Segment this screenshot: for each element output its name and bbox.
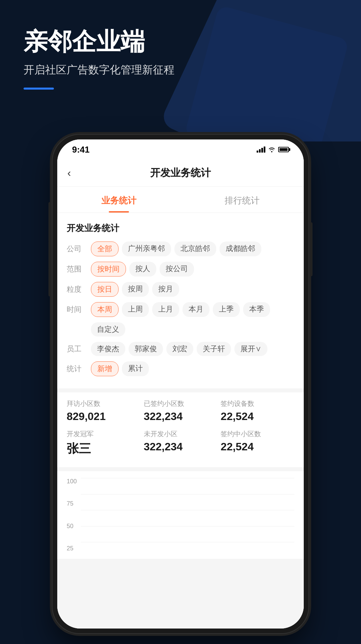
stat-value-undeveloped: 322,234 bbox=[144, 441, 218, 453]
main-title: 亲邻企业端 bbox=[24, 27, 337, 56]
tag-by-time[interactable]: 按时间 bbox=[91, 262, 126, 277]
tag-guanzixuan[interactable]: 关子轩 bbox=[197, 342, 231, 356]
chart-y-labels: 100 75 50 25 bbox=[67, 478, 77, 552]
tag-cumulative[interactable]: 累计 bbox=[122, 361, 149, 376]
nav-title: 开发业务统计 bbox=[150, 166, 211, 180]
filter-tags-scope: 按时间 按人 按公司 bbox=[91, 262, 294, 277]
filter-row-stat-type: 统计 新增 累计 bbox=[67, 361, 294, 376]
status-time: 9:41 bbox=[72, 144, 90, 155]
wifi-icon bbox=[268, 147, 275, 153]
tag-lijunjie[interactable]: 李俊杰 bbox=[91, 342, 125, 356]
filter-row-custom: 自定义 bbox=[67, 322, 294, 336]
signal-icon bbox=[257, 147, 265, 153]
filter-tags-time: 本周 上周 上月 本月 上季 本季 bbox=[91, 302, 294, 317]
tag-by-month[interactable]: 按月 bbox=[152, 282, 179, 297]
tag-guojiajun[interactable]: 郭家俊 bbox=[129, 342, 163, 356]
stat-value-visit: 829,021 bbox=[67, 410, 140, 423]
filter-row-granularity: 粒度 按日 按周 按月 bbox=[67, 282, 294, 297]
tab-business-stats[interactable]: 业务统计 bbox=[57, 187, 180, 213]
filter-label-stat-type: 统计 bbox=[67, 364, 87, 374]
stat-label-device: 签约设备数 bbox=[221, 399, 294, 408]
filter-label-time: 时间 bbox=[67, 304, 87, 315]
tag-by-day[interactable]: 按日 bbox=[91, 282, 119, 297]
filter-label-scope: 范围 bbox=[67, 264, 87, 274]
stat-label-signed: 已签约小区数 bbox=[144, 399, 218, 408]
filter-label-employee: 员工 bbox=[67, 344, 87, 354]
tag-this-quarter[interactable]: 本季 bbox=[243, 302, 270, 317]
scroll-content: 开发业务统计 公司 全部 广州亲粤邻 北京皓邻 成都皓邻 bbox=[57, 213, 304, 628]
phone-frame: 9:41 bbox=[53, 135, 308, 633]
tag-chengdu[interactable]: 成都皓邻 bbox=[220, 242, 261, 256]
filter-tags-stat-type: 新增 累计 bbox=[91, 361, 294, 376]
tab-ranking-stats[interactable]: 排行统计 bbox=[180, 187, 304, 213]
y-label-25: 25 bbox=[67, 545, 77, 552]
header-section: 亲邻企业端 开启社区广告数字化管理新征程 bbox=[0, 0, 361, 103]
stat-visit-count: 拜访小区数 829,021 bbox=[67, 399, 140, 423]
sub-title: 开启社区广告数字化管理新征程 bbox=[24, 63, 337, 77]
stats-grid: 拜访小区数 829,021 已签约小区数 322,234 签约设备数 22,52… bbox=[67, 399, 294, 457]
stat-champion: 开发冠军 张三 bbox=[67, 429, 140, 457]
y-label-50: 50 bbox=[67, 523, 77, 530]
stat-label-visit: 拜访小区数 bbox=[67, 399, 140, 408]
stat-value-signing: 22,524 bbox=[221, 441, 294, 453]
tag-expand[interactable]: 展开∨ bbox=[234, 342, 267, 356]
tag-by-company[interactable]: 按公司 bbox=[160, 262, 194, 277]
stat-label-undeveloped: 未开发小区 bbox=[144, 429, 218, 439]
app-content: ‹ 开发业务统计 业务统计 排行统计 开发业务统计 bbox=[57, 160, 304, 629]
phone-screen: 9:41 bbox=[57, 139, 304, 629]
tag-new[interactable]: 新增 bbox=[91, 361, 119, 376]
tag-guangzhou[interactable]: 广州亲粤邻 bbox=[122, 242, 171, 256]
stat-value-signed: 322,234 bbox=[144, 410, 218, 423]
tabs-bar: 业务统计 排行统计 bbox=[57, 187, 304, 213]
filter-row-scope: 范围 按时间 按人 按公司 bbox=[67, 262, 294, 277]
tag-by-week[interactable]: 按周 bbox=[122, 282, 149, 297]
chart-area: 100 75 50 25 bbox=[57, 471, 304, 559]
filter-row-employee: 员工 李俊杰 郭家俊 刘宏 关子轩 展开∨ bbox=[67, 342, 294, 356]
filter-row-time: 时间 本周 上周 上月 本月 上季 本季 bbox=[67, 302, 294, 317]
tag-beijing[interactable]: 北京皓邻 bbox=[174, 242, 216, 256]
filter-tags-custom: 自定义 bbox=[91, 322, 294, 336]
chart-bars-area bbox=[81, 478, 294, 542]
status-icons bbox=[257, 147, 289, 153]
stat-undeveloped: 未开发小区 322,234 bbox=[144, 429, 218, 457]
stat-label-signing: 签约中小区数 bbox=[221, 429, 294, 439]
nav-bar: ‹ 开发业务统计 bbox=[57, 160, 304, 187]
stat-device-count: 签约设备数 22,524 bbox=[221, 399, 294, 423]
stat-label-champion: 开发冠军 bbox=[67, 429, 140, 439]
status-bar: 9:41 bbox=[57, 139, 304, 160]
tag-this-month[interactable]: 本月 bbox=[183, 302, 209, 317]
stat-signing: 签约中小区数 22,524 bbox=[221, 429, 294, 457]
filter-row-company: 公司 全部 广州亲粤邻 北京皓邻 成都皓邻 bbox=[67, 242, 294, 256]
tag-last-quarter[interactable]: 上季 bbox=[213, 302, 240, 317]
tag-last-month[interactable]: 上月 bbox=[152, 302, 179, 317]
tag-last-week[interactable]: 上周 bbox=[122, 302, 149, 317]
filter-tags-company: 全部 广州亲粤邻 北京皓邻 成都皓邻 bbox=[91, 242, 294, 256]
stats-card: 开发业务统计 公司 全部 广州亲粤邻 北京皓邻 成都皓邻 bbox=[57, 213, 304, 388]
y-label-100: 100 bbox=[67, 478, 77, 485]
stats-card-title: 开发业务统计 bbox=[67, 222, 294, 234]
filter-label-granularity: 粒度 bbox=[67, 284, 87, 294]
phone-mockup: 9:41 bbox=[53, 135, 308, 633]
back-button[interactable]: ‹ bbox=[67, 167, 71, 179]
accent-line bbox=[24, 88, 54, 90]
tag-custom[interactable]: 自定义 bbox=[91, 322, 125, 336]
tag-all[interactable]: 全部 bbox=[91, 242, 119, 256]
stats-numbers: 拜访小区数 829,021 已签约小区数 322,234 签约设备数 22,52… bbox=[57, 392, 304, 467]
tag-this-week[interactable]: 本周 bbox=[91, 302, 119, 317]
stat-signed-count: 已签约小区数 322,234 bbox=[144, 399, 218, 423]
filter-tags-employee: 李俊杰 郭家俊 刘宏 关子轩 展开∨ bbox=[91, 342, 294, 356]
tag-by-person[interactable]: 按人 bbox=[129, 262, 156, 277]
filter-label-company: 公司 bbox=[67, 244, 87, 254]
y-label-75: 75 bbox=[67, 500, 77, 507]
tag-liuhong[interactable]: 刘宏 bbox=[166, 342, 193, 356]
filter-tags-granularity: 按日 按周 按月 bbox=[91, 282, 294, 297]
stat-value-champion: 张三 bbox=[67, 441, 140, 457]
stat-value-device: 22,524 bbox=[221, 410, 294, 423]
battery-icon bbox=[278, 147, 289, 152]
